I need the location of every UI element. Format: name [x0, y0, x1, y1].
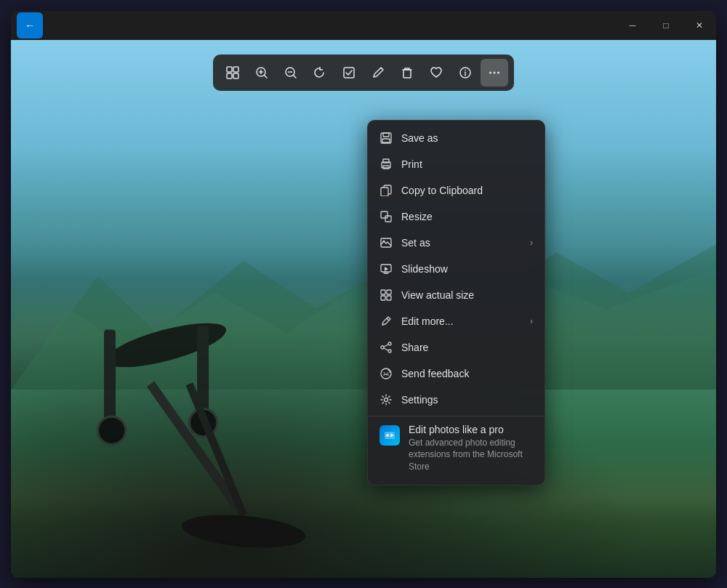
menu-item-share[interactable]: Share: [368, 334, 545, 361]
svg-point-54: [381, 368, 391, 379]
copy-icon-svg: [380, 185, 392, 196]
share-icon: [379, 341, 393, 354]
grid-icon: [226, 66, 239, 79]
svg-point-26: [489, 71, 491, 73]
heart-icon: [430, 66, 443, 79]
svg-rect-34: [383, 166, 389, 169]
promo-icon-svg: [384, 430, 395, 441]
svg-point-51: [388, 350, 391, 353]
svg-line-48: [387, 318, 389, 321]
edit-more-icon: [379, 315, 393, 328]
svg-line-52: [384, 345, 388, 347]
svg-rect-46: [381, 296, 385, 300]
menu-item-set-as[interactable]: Set as ›: [368, 230, 545, 256]
svg-line-17: [265, 75, 268, 78]
promo-icon: [379, 425, 400, 446]
svg-rect-31: [382, 139, 390, 142]
svg-point-57: [385, 398, 388, 401]
toolbar-enhance-btn[interactable]: [335, 59, 363, 86]
save-as-label: Save as: [401, 132, 533, 144]
promo-text: Edit photos like a pro Get advanced phot…: [409, 424, 533, 473]
svg-point-59: [386, 434, 389, 437]
info-icon: [459, 66, 472, 79]
menu-item-copy[interactable]: Copy to Clipboard: [368, 177, 545, 204]
menu-item-edit-more[interactable]: Edit more... ›: [368, 308, 545, 334]
svg-rect-3: [104, 329, 116, 422]
svg-point-27: [494, 71, 496, 73]
menu-item-print[interactable]: Print: [368, 151, 545, 177]
pen-icon: [371, 66, 385, 79]
svg-rect-38: [385, 216, 391, 222]
toolbar-zoom-out-btn[interactable]: [277, 59, 305, 86]
set-as-icon-svg: [380, 237, 392, 249]
toolbar-info-btn[interactable]: [451, 59, 479, 86]
share-icon-svg: [380, 342, 392, 353]
maximize-button[interactable]: □: [649, 11, 683, 40]
svg-point-25: [465, 69, 466, 71]
svg-point-28: [497, 71, 499, 73]
title-bar: ← ─ □ ✕: [11, 11, 716, 40]
save-as-icon: [379, 132, 393, 145]
copy-icon: [379, 184, 393, 197]
svg-rect-30: [383, 133, 389, 137]
print-icon: [379, 158, 393, 171]
svg-rect-11: [233, 67, 238, 72]
svg-point-9: [180, 510, 307, 552]
svg-rect-21: [344, 68, 354, 78]
feedback-label: Send feedback: [401, 368, 533, 379]
actual-size-svg: [380, 289, 392, 301]
print-icon-svg: [380, 158, 392, 170]
svg-rect-12: [227, 73, 232, 78]
promo-desc: Get advanced photo editing extensions fr…: [409, 437, 533, 473]
menu-item-actual-size[interactable]: View actual size: [368, 282, 545, 308]
svg-point-2: [102, 314, 230, 376]
svg-line-20: [294, 75, 297, 78]
enhance-icon: [342, 66, 356, 79]
bike-svg: [11, 255, 399, 578]
toolbar-favorite-btn[interactable]: [422, 59, 450, 86]
svg-rect-47: [387, 296, 391, 300]
menu-item-resize[interactable]: Resize: [368, 204, 545, 230]
menu-promo[interactable]: Edit photos like a pro Get advanced phot…: [368, 416, 545, 480]
toolbar-draw-btn[interactable]: [364, 59, 392, 86]
menu-item-settings[interactable]: Settings: [368, 387, 545, 413]
menu-item-feedback[interactable]: Send feedback: [368, 361, 545, 387]
toolbar-zoom-in-btn[interactable]: [248, 59, 276, 86]
close-button[interactable]: ✕: [683, 11, 716, 40]
print-label: Print: [401, 158, 533, 170]
toolbar: [213, 55, 514, 91]
toolbar-rotate-btn[interactable]: [306, 59, 334, 86]
menu-item-slideshow[interactable]: Slideshow: [368, 256, 545, 282]
title-bar-controls: ─ □ ✕: [616, 11, 716, 40]
slideshow-label: Slideshow: [401, 263, 533, 275]
app-window: ← ─ □ ✕: [11, 11, 716, 578]
actual-size-icon: [379, 289, 393, 302]
svg-point-49: [388, 342, 391, 345]
svg-rect-44: [381, 290, 385, 294]
menu-item-save-as[interactable]: Save as: [368, 125, 545, 151]
toolbar-delete-btn[interactable]: [393, 59, 421, 86]
back-button[interactable]: ←: [17, 12, 43, 39]
edit-more-svg: [380, 315, 392, 327]
rotate-icon: [313, 66, 326, 79]
minimize-button[interactable]: ─: [616, 11, 649, 40]
settings-icon: [379, 393, 393, 406]
feedback-icon-svg: [380, 368, 392, 379]
slideshow-icon-svg: [380, 263, 392, 275]
svg-rect-22: [403, 70, 411, 78]
main-content: Save as Print: [11, 40, 716, 578]
slideshow-icon: [379, 262, 393, 275]
settings-label: Settings: [401, 394, 533, 406]
zoom-in-icon: [255, 66, 268, 79]
svg-rect-36: [381, 188, 388, 196]
set-as-icon: [379, 236, 393, 249]
resize-label: Resize: [401, 211, 533, 222]
svg-rect-10: [227, 67, 232, 72]
toolbar-grid-btn[interactable]: [219, 59, 246, 86]
title-bar-left: ←: [17, 12, 43, 39]
zoom-out-icon: [284, 66, 297, 79]
svg-point-50: [381, 346, 384, 349]
toolbar-more-btn[interactable]: [481, 59, 508, 86]
actual-size-label: View actual size: [401, 289, 533, 301]
svg-point-5: [98, 416, 126, 444]
